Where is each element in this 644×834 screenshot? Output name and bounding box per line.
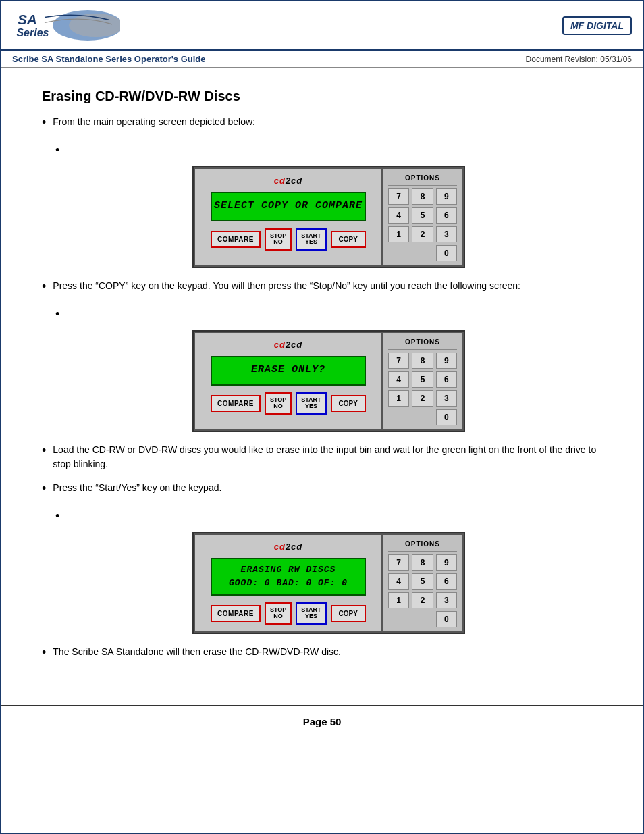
key-1-1[interactable]: 1 [388,226,409,242]
device-panel-1-wrapper: cd2cd SELECT COPY OR COMPARE COMPARE STO… [55,141,602,268]
device-panel-3-wrapper: cd2cd ERASING RW DISCS GOOD: 0 BAD: 0 OF… [55,507,602,634]
panel-logo-2: cd2cd [274,338,303,352]
panel-right-2: OPTIONS 7 8 9 4 5 6 1 2 3 0 [383,332,464,431]
key-0-3[interactable]: 0 [436,611,457,627]
key-7-2[interactable]: 7 [388,353,409,369]
key-5-3[interactable]: 5 [412,573,433,590]
key-8-2[interactable]: 8 [412,353,433,369]
header-bottom: Scribe SA Standalone Series Operator's G… [1,51,643,68]
key-9-2[interactable]: 9 [436,353,457,369]
compare-button-3[interactable]: COMPARE [211,605,261,622]
compare-button-2[interactable]: COMPARE [211,395,261,412]
key-1-2[interactable]: 1 [388,390,409,407]
bullet-text-2: Press the “COPY” key on the keypad. You … [53,279,602,293]
numpad-1: 7 8 9 4 5 6 1 2 3 0 [388,188,457,261]
device-panel-2-wrapper: cd2cd ERASE ONLY? COMPARE STOP NO [55,305,602,432]
screen-text-1: SELECT COPY OR COMPARE [214,199,363,214]
section-title: Erasing CD-RW/DVD-RW Discs [42,88,602,104]
start-button-1[interactable]: START YES [296,228,326,251]
screen-text-3a: ERASING RW DISCS [241,563,336,577]
header: SA Series MF DIGITAL [1,1,643,51]
stop-button-2[interactable]: STOP NO [265,392,292,415]
start-button-2[interactable]: START YES [296,392,326,415]
stop-button-1[interactable]: STOP NO [265,228,292,251]
key-3-1[interactable]: 3 [436,226,457,242]
key-6-1[interactable]: 6 [436,207,457,224]
key-0-1[interactable]: 0 [436,245,457,261]
panel-left-1: cd2cd SELECT COPY OR COMPARE COMPARE STO… [194,167,383,267]
stop-button-3[interactable]: STOP NO [265,602,292,625]
guide-title: Scribe SA Standalone Series Operator's G… [12,54,206,64]
key-4-3[interactable]: 4 [388,573,409,590]
main-content: Erasing CD-RW/DVD-RW Discs From the main… [1,68,643,685]
panel-screen-3: ERASING RW DISCS GOOD: 0 BAD: 0 OF: 0 [211,558,366,596]
key-3-2[interactable]: 3 [436,390,457,407]
doc-revision: Document Revision: 05/31/06 [526,55,632,64]
panel-right-3: OPTIONS 7 8 9 4 5 6 1 2 3 0 [383,533,464,633]
copy-button-3[interactable]: COPY [331,605,366,622]
copy-button-2[interactable]: COPY [331,395,366,412]
bullet-item-3: Load the CD-RW or DVD-RW discs you would… [42,443,602,471]
device-panel-outer-2: cd2cd ERASE ONLY? COMPARE STOP NO [192,330,465,432]
key-6-3[interactable]: 6 [436,573,457,590]
bullet-item-1: From the main operating screen depicted … [42,115,602,132]
device-panel-outer-3: cd2cd ERASING RW DISCS GOOD: 0 BAD: 0 OF… [192,532,465,634]
key-0-2[interactable]: 0 [436,409,457,425]
key-3-3[interactable]: 3 [436,592,457,608]
panel-left-3: cd2cd ERASING RW DISCS GOOD: 0 BAD: 0 OF… [194,533,383,633]
bullet-item-2: Press the “COPY” key on the keypad. You … [42,279,602,296]
bullet-text-1: From the main operating screen depicted … [53,115,602,129]
device-panel-1: cd2cd SELECT COPY OR COMPARE COMPARE STO… [55,166,602,268]
panel-buttons-1: COMPARE STOP NO START YES COPY [211,228,366,251]
key-5-2[interactable]: 5 [412,371,433,388]
key-1-3[interactable]: 1 [388,592,409,608]
numpad-2: 7 8 9 4 5 6 1 2 3 0 [388,353,457,425]
key-8-1[interactable]: 8 [412,188,433,205]
bullet-item-5: The Scribe SA Standalone will then erase… [42,645,602,662]
panel-buttons-2: COMPARE STOP NO START YES COPY [211,392,366,415]
bullet-text-3: Load the CD-RW or DVD-RW discs you would… [53,443,602,471]
sa-series-logo: SA Series [12,7,120,44]
mf-digital-logo: MF DIGITAL [562,16,632,35]
key-9-3[interactable]: 9 [436,554,457,571]
bullet-item-4: Press the “Start/Yes” key on the keypad. [42,481,602,498]
bullet-text-5: The Scribe SA Standalone will then erase… [53,645,602,659]
options-label-2: OPTIONS [388,337,457,350]
device-panel-outer-1: cd2cd SELECT COPY OR COMPARE COMPARE STO… [192,166,465,268]
copy-button-1[interactable]: COPY [331,231,366,248]
panel-buttons-3: COMPARE STOP NO START YES COPY [211,602,366,625]
key-7-1[interactable]: 7 [388,188,409,205]
options-label-1: OPTIONS [388,173,457,186]
panel-left-2: cd2cd ERASE ONLY? COMPARE STOP NO [194,332,383,431]
panel-logo-1: cd2cd [274,174,303,188]
svg-text:Series: Series [16,27,49,38]
panel-screen-2: ERASE ONLY? [211,356,366,386]
screen-text-3b: GOOD: 0 BAD: 0 OF: 0 [229,577,348,590]
key-2-1[interactable]: 2 [412,226,433,242]
numpad-3: 7 8 9 4 5 6 1 2 3 0 [388,554,457,627]
bullet-list: From the main operating screen depicted … [42,115,602,662]
panel-logo-3: cd2cd [274,540,303,554]
key-5-1[interactable]: 5 [412,207,433,224]
options-label-3: OPTIONS [388,539,457,552]
device-panel-2: cd2cd ERASE ONLY? COMPARE STOP NO [55,330,602,432]
bullet-text-4: Press the “Start/Yes” key on the keypad. [53,481,602,495]
svg-text:SA: SA [18,11,37,27]
footer-page-number: Page 50 [303,716,342,727]
key-6-2[interactable]: 6 [436,371,457,388]
key-9-1[interactable]: 9 [436,188,457,205]
key-2-2[interactable]: 2 [412,390,433,407]
logo-area: SA Series [12,7,120,44]
footer: Page 50 [1,705,643,737]
compare-button-1[interactable]: COMPARE [211,231,261,248]
key-4-1[interactable]: 4 [388,207,409,224]
key-2-3[interactable]: 2 [412,592,433,608]
panel-right-1: OPTIONS 7 8 9 4 5 6 1 2 3 0 [383,167,464,267]
device-panel-3: cd2cd ERASING RW DISCS GOOD: 0 BAD: 0 OF… [55,532,602,634]
start-button-3[interactable]: START YES [296,602,326,625]
key-7-3[interactable]: 7 [388,554,409,571]
panel-screen-1: SELECT COPY OR COMPARE [211,192,366,221]
screen-text-2: ERASE ONLY? [251,363,325,378]
key-8-3[interactable]: 8 [412,554,433,571]
key-4-2[interactable]: 4 [388,371,409,388]
